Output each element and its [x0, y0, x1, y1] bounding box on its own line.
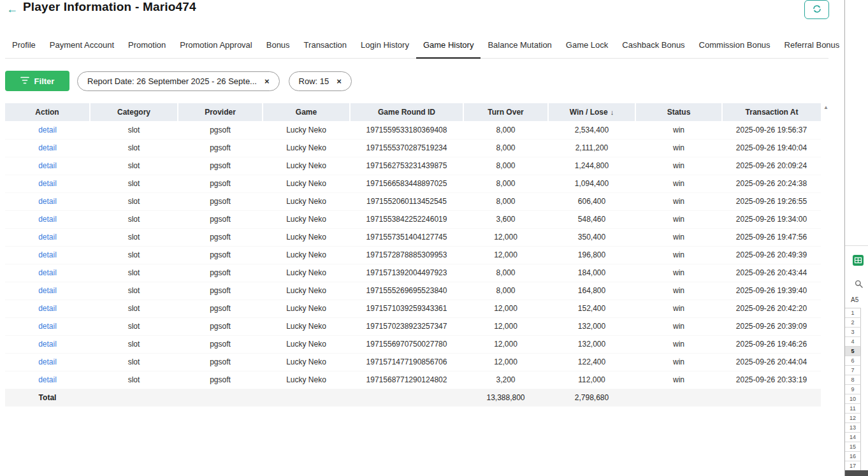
cell-turn-over: 8,000	[463, 264, 548, 282]
sheet-row-header-17[interactable]: 17	[845, 461, 861, 471]
sheet-row-header-3[interactable]: 3	[845, 328, 861, 337]
cell-action: detail	[5, 139, 90, 157]
sheet-row-header-13[interactable]: 13	[845, 423, 861, 433]
filter-chip[interactable]: Row: 15×	[289, 71, 352, 91]
sheet-row-header-4[interactable]: 4	[845, 337, 861, 347]
detail-link[interactable]: detail	[38, 197, 57, 206]
sheet-row-header-2[interactable]: 2	[845, 318, 861, 328]
sheet-row-header-12[interactable]: 12	[845, 414, 861, 423]
detail-link[interactable]: detail	[38, 304, 57, 313]
tab-payment-account[interactable]: Payment Account	[43, 34, 121, 58]
spreadsheet-app-icon[interactable]	[853, 255, 864, 268]
tab-commission-bonus[interactable]: Commission Bonus	[692, 34, 778, 58]
detail-link[interactable]: detail	[38, 233, 57, 242]
cell-round-id: 1971571039259343361	[350, 299, 463, 317]
tab-bonus[interactable]: Bonus	[259, 34, 297, 58]
cell-turn-over: 12,000	[463, 317, 548, 335]
column-header-game-round-id[interactable]: Game Round ID	[350, 103, 463, 121]
cell-reference-box[interactable]: A5	[851, 296, 858, 303]
cell-transaction-at: 2025-09-26 20:42:20	[722, 299, 821, 317]
tab-promotion[interactable]: Promotion	[121, 34, 173, 58]
cell-provider: pgsoft	[178, 139, 263, 157]
scroll-up-icon[interactable]: ▲	[822, 105, 830, 110]
detail-link[interactable]: detail	[38, 179, 57, 188]
tab-game-lock[interactable]: Game Lock	[559, 34, 615, 58]
search-icon[interactable]	[855, 279, 863, 291]
cell-transaction-at: 2025-09-26 19:34:00	[722, 210, 821, 228]
detail-link[interactable]: detail	[38, 250, 57, 259]
cell-game: Lucky Neko	[263, 264, 350, 282]
sheet-row-header-1[interactable]: 1	[845, 308, 861, 318]
filter-chip[interactable]: Report Date: 26 September 2025 - 26 Sept…	[77, 71, 280, 91]
refresh-button[interactable]	[804, 0, 829, 19]
sheet-row-header-15[interactable]: 15	[845, 442, 861, 452]
cell-round-id: 1971552060113452545	[350, 192, 463, 210]
cell-category: slot	[90, 299, 178, 317]
column-header-game[interactable]: Game	[263, 103, 350, 121]
cell-win-lose: 2,111,200	[548, 139, 635, 157]
table-body: detailslotpgsoftLucky Neko19715595331803…	[5, 121, 821, 389]
total-turn-over: 13,388,800	[463, 389, 548, 407]
cell-game: Lucky Neko	[263, 210, 350, 228]
cell-game: Lucky Neko	[263, 175, 350, 192]
chip-label: Row: 15	[299, 76, 329, 86]
table-row: detailslotpgsoftLucky Neko19715520601134…	[5, 192, 821, 210]
tab-balance-mutation[interactable]: Balance Mutation	[481, 34, 558, 58]
column-header-turn-over[interactable]: Turn Over	[463, 103, 548, 121]
filter-button[interactable]: Filter	[5, 71, 69, 91]
sheet-row-header-14[interactable]: 14	[845, 433, 861, 442]
tab-cashback-bonus[interactable]: Cashback Bonus	[615, 34, 691, 58]
column-header-action[interactable]: Action	[5, 103, 90, 121]
cell-status: win	[635, 371, 722, 389]
sheet-row-header-16[interactable]: 16	[845, 452, 861, 461]
tab-referral-bonus[interactable]: Referral Bonus	[778, 34, 847, 58]
detail-link[interactable]: detail	[38, 375, 57, 384]
sheet-row-header-6[interactable]: 6	[845, 356, 861, 366]
column-header-status[interactable]: Status	[635, 103, 722, 121]
sheet-row-header-10[interactable]: 10	[845, 394, 861, 404]
cell-win-lose: 548,460	[548, 210, 635, 228]
detail-link[interactable]: detail	[38, 340, 57, 349]
tab-transaction[interactable]: Transaction	[297, 34, 354, 58]
sheet-row-header-8[interactable]: 8	[845, 375, 861, 385]
cell-turn-over: 12,000	[463, 335, 548, 353]
sheet-row-headers: 1234567891011121314151617	[845, 308, 861, 471]
cell-status: win	[635, 121, 722, 139]
cell-win-lose: 350,400	[548, 228, 635, 246]
detail-link[interactable]: detail	[38, 268, 57, 277]
sheet-row-header-5[interactable]: 5	[845, 347, 861, 356]
sheet-row-header-7[interactable]: 7	[845, 366, 861, 375]
cell-provider: pgsoft	[178, 317, 263, 335]
column-header-win-lose[interactable]: Win / Lose↓	[548, 103, 635, 121]
chip-close-icon[interactable]: ×	[336, 77, 342, 85]
detail-link[interactable]: detail	[38, 322, 57, 331]
page-title: Player Information - Mario474	[23, 0, 196, 14]
sheet-row-header-11[interactable]: 11	[845, 404, 861, 414]
detail-link[interactable]: detail	[38, 215, 57, 224]
tab-game-history[interactable]: Game History	[416, 34, 481, 58]
detail-link[interactable]: detail	[38, 143, 57, 152]
detail-link[interactable]: detail	[38, 357, 57, 366]
tab-login-history[interactable]: Login History	[354, 34, 416, 58]
chip-close-icon[interactable]: ×	[264, 77, 270, 85]
cell-round-id: 1971571392004497923	[350, 264, 463, 282]
column-header-category[interactable]: Category	[90, 103, 178, 121]
column-header-provider[interactable]: Provider	[178, 103, 263, 121]
back-arrow-icon[interactable]: ←	[6, 2, 18, 16]
detail-link[interactable]: detail	[38, 126, 57, 134]
cell-status: win	[635, 228, 722, 246]
detail-link[interactable]: detail	[38, 286, 57, 295]
cell-status: win	[635, 175, 722, 192]
tab-profile[interactable]: Profile	[5, 34, 43, 58]
sheet-row-header-9[interactable]: 9	[845, 385, 861, 394]
cell-category: slot	[90, 228, 178, 246]
detail-link[interactable]: detail	[38, 161, 57, 170]
tab-promotion-approval[interactable]: Promotion Approval	[173, 34, 259, 58]
cell-action: detail	[5, 157, 90, 175]
cell-action: detail	[5, 317, 90, 335]
cell-game: Lucky Neko	[263, 371, 350, 389]
cell-turn-over: 8,000	[463, 192, 548, 210]
column-header-transaction-at[interactable]: Transaction At	[722, 103, 821, 121]
table-scrollbar[interactable]: ▲	[822, 105, 830, 404]
cell-game: Lucky Neko	[263, 228, 350, 246]
